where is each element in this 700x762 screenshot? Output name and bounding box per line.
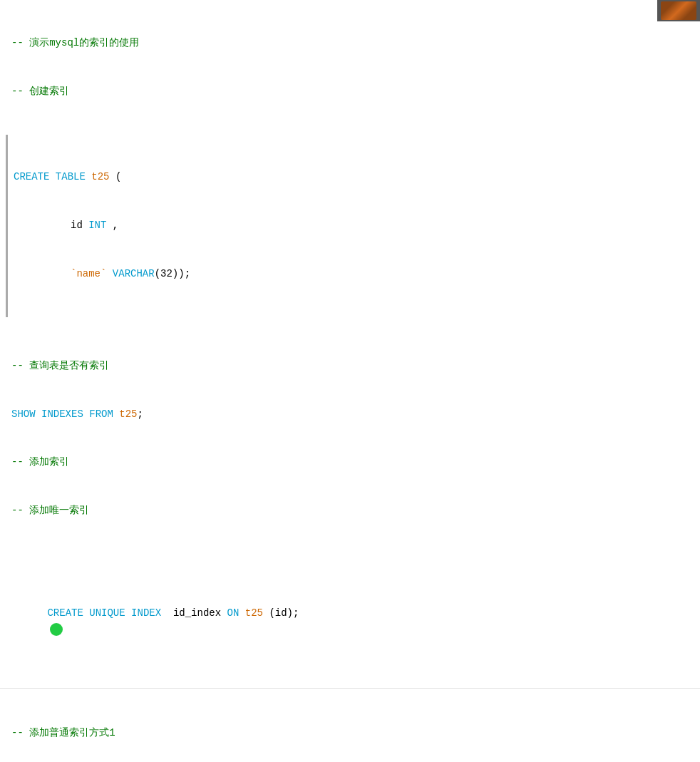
create-t25-line2: id INT , (14, 217, 190, 234)
spacer1 (0, 317, 700, 323)
comment-normal-index-1: -- 添加普通索引方式1 (11, 725, 689, 741)
avatar (657, 0, 700, 21)
avatar-image (661, 1, 696, 20)
show-indexes-line: SHOW INDEXES FROM t25; (11, 406, 689, 423)
green-dot-1 (50, 623, 63, 636)
comment-add-index: -- 添加索引 (11, 454, 689, 470)
comment-line-2: -- 创建索引 (11, 83, 689, 100)
section-intro-comments: -- 演示mysql的索引的使用 -- 创建索引 (0, 0, 700, 135)
editor-area: -- 演示mysql的索引的使用 -- 创建索引 CREATE TABLE t2… (0, 0, 700, 762)
normal-index-block: -- 添加普通索引方式1 CREATE INDEX id_index ON t2… (0, 690, 700, 762)
create-unique-line: CREATE UNIQUE INDEX id_index ON t25 (id)… (11, 589, 689, 654)
create-t25-line1: CREATE TABLE t25 ( (14, 169, 190, 185)
show-indexes-block: -- 查询表是否有索引 SHOW INDEXES FROM t25; -- 添加… (0, 323, 700, 554)
create-table-t25-block: CREATE TABLE t25 ( id INT , `name` VARCH… (0, 135, 700, 317)
create-table-t25-code: CREATE TABLE t25 ( id INT , `name` VARCH… (14, 135, 202, 317)
left-border (6, 135, 8, 317)
comment-query-index: -- 查询表是否有索引 (11, 358, 689, 374)
divider-1 (0, 688, 700, 689)
create-unique-line-block: CREATE UNIQUE INDEX id_index ON t25 (id)… (0, 554, 700, 686)
create-t25-line3: `name` VARCHAR(32)); (14, 266, 190, 282)
comment-add-unique: -- 添加唯一索引 (11, 503, 689, 519)
comment-line-1: -- 演示mysql的索引的使用 (11, 35, 689, 51)
